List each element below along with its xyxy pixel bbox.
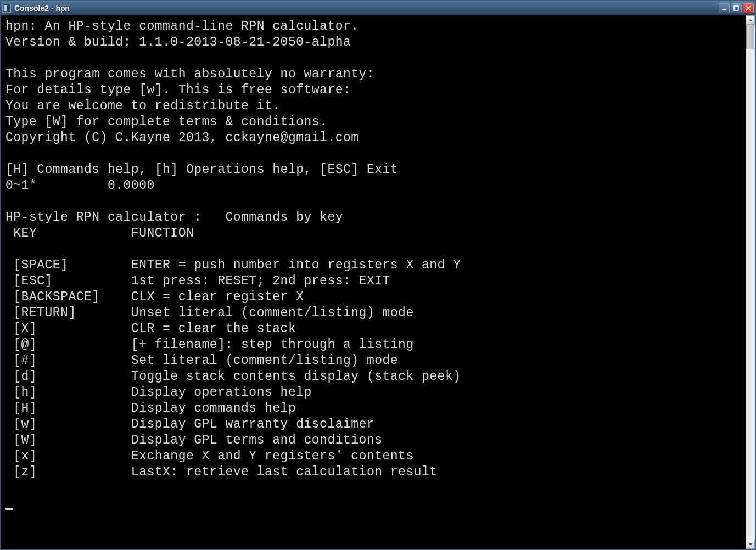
line: [z] LastX: retrieve last calculation res… — [5, 465, 438, 479]
line: [RETURN] Unset literal (comment/listing)… — [5, 306, 414, 320]
maximize-icon — [733, 5, 739, 11]
line: [#] Set literal (comment/listing) mode — [5, 353, 398, 368]
line: Copyright (C) C.Kayne 2013, cckayne@gmai… — [5, 131, 359, 145]
line: [H] Display commands help — [5, 401, 296, 416]
line: [X] CLR = clear the stack — [5, 322, 296, 336]
scroll-thumb[interactable] — [746, 25, 754, 49]
line: [h] Display operations help — [5, 385, 312, 400]
line: HP-style RPN calculator : Commands by ke… — [5, 210, 343, 225]
line: [d] Toggle stack contents display (stack… — [5, 369, 461, 384]
line: [BACKSPACE] CLX = clear register X — [5, 290, 304, 304]
window-controls — [719, 3, 754, 13]
line: Version & build: 1.1.0-2013-08-21-2050-a… — [5, 35, 351, 49]
line: You are welcome to redistribute it. — [5, 99, 281, 113]
minimize-icon — [721, 5, 727, 11]
cursor — [5, 508, 13, 510]
line: [ESC] 1st press: RESET; 2nd press: EXIT — [5, 274, 390, 288]
chevron-up-icon — [748, 18, 753, 23]
vertical-scrollbar[interactable] — [746, 15, 755, 549]
maximize-button[interactable] — [731, 3, 742, 13]
close-button[interactable] — [743, 3, 754, 13]
content-area: hpn: An HP-style command-line RPN calcul… — [1, 15, 755, 549]
titlebar[interactable]: Console2 - hpn — [1, 1, 755, 15]
terminal-output[interactable]: hpn: An HP-style command-line RPN calcul… — [1, 15, 746, 549]
app-window: Console2 - hpn hpn: An HP-style command-… — [0, 0, 756, 550]
scroll-track[interactable] — [746, 25, 755, 540]
app-icon — [2, 4, 11, 13]
line: [x] Exchange X and Y registers' contents — [5, 449, 414, 463]
line: [@] [+ filename]: step through a listing — [5, 338, 414, 352]
line: This program comes with absolutely no wa… — [5, 67, 374, 81]
window-title: Console2 - hpn — [14, 4, 719, 13]
scroll-down-button[interactable] — [746, 540, 755, 549]
line: [w] Display GPL warranty disclaimer — [5, 417, 374, 431]
line: [H] Commands help, [h] Operations help, … — [5, 162, 398, 177]
line: [SPACE] ENTER = push number into registe… — [5, 258, 461, 272]
close-icon — [746, 5, 751, 11]
line: 0~1* 0.0000 — [5, 178, 155, 193]
scroll-up-button[interactable] — [746, 15, 755, 25]
svg-rect-1 — [734, 6, 738, 10]
minimize-button[interactable] — [719, 3, 730, 13]
line: [W] Display GPL terms and conditions — [5, 433, 383, 447]
line: hpn: An HP-style command-line RPN calcul… — [5, 19, 359, 33]
line: Type [W] for complete terms & conditions… — [5, 115, 327, 129]
line: For details type [w]. This is free softw… — [5, 83, 351, 97]
svg-rect-0 — [722, 9, 726, 10]
chevron-down-icon — [748, 542, 753, 547]
line: KEY FUNCTION — [5, 226, 194, 240]
